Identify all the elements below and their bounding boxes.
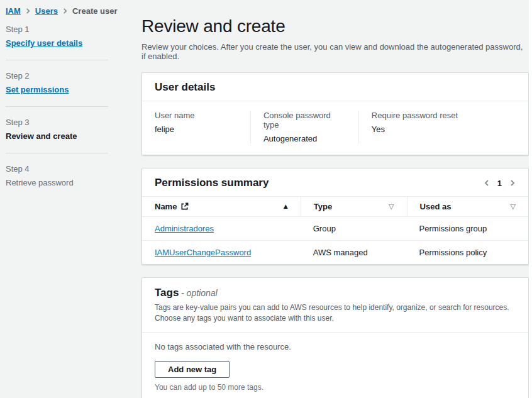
add-new-tag-button[interactable]: Add new tag: [155, 361, 230, 378]
sidebar-step-review-and-create-current: Review and create: [6, 131, 77, 141]
field-label: Require password reset: [372, 111, 516, 120]
external-link-icon: [180, 202, 189, 211]
permission-link-iamuserchangepassword[interactable]: IAMUserChangePassword: [155, 248, 251, 257]
page-title: Review and create: [141, 16, 529, 36]
step-number-label: Step 1: [6, 25, 108, 34]
field-value: felipe: [155, 124, 238, 134]
column-label: Used as: [420, 202, 452, 211]
field-value: Autogenerated: [263, 134, 346, 143]
field-require-password-reset: Require password reset Yes: [358, 111, 528, 143]
user-details-card: User details User name felipe Console pa…: [141, 72, 529, 155]
cell-type: Group: [301, 217, 407, 240]
field-user-name: User name felipe: [142, 111, 250, 143]
pagination-current-page[interactable]: 1: [497, 179, 502, 188]
tags-card-header: Tags - optional Tags are key-value pairs…: [142, 278, 528, 333]
wizard-step-2: Step 2 Set permissions: [6, 71, 108, 94]
column-header-type[interactable]: Type ▽: [301, 197, 407, 216]
user-details-title: User details: [155, 81, 215, 94]
wizard-step-4: Step 4 Retrieve password: [6, 164, 108, 187]
tags-description: Tags are key-value pairs you can add to …: [155, 302, 516, 324]
create-user-wizard-page: IAM Users Create user Step 1 Specify use…: [0, 0, 529, 398]
breadcrumb-chevron-icon: [25, 8, 31, 14]
permission-link-administradores[interactable]: Administradores: [155, 224, 214, 233]
wizard-step-3: Step 3 Review and create: [6, 118, 108, 141]
step-divider: [6, 106, 108, 107]
breadcrumb-users-link[interactable]: Users: [35, 6, 58, 16]
permissions-card-header: Permissions summary 1: [142, 169, 528, 197]
permissions-summary-card: Permissions summary 1 Name: [141, 168, 529, 265]
column-label: Type: [314, 202, 332, 211]
tags-limit-text: You can add up to 50 more tags.: [155, 383, 516, 392]
step-number-label: Step 4: [6, 164, 108, 174]
sidebar-step-specify-user-details[interactable]: Specify user details: [6, 38, 82, 48]
column-label: Name: [155, 202, 177, 211]
permissions-table-header: Name ▲ Type ▽ Used as ▽: [142, 197, 528, 217]
pagination: 1: [484, 179, 516, 188]
tags-optional-label: - optional: [181, 288, 218, 298]
cell-type: AWS managed: [301, 241, 407, 264]
permissions-summary-title: Permissions summary: [155, 177, 269, 189]
no-tags-message: No tags associated with the resource.: [155, 342, 516, 351]
pagination-next-icon[interactable]: [509, 180, 516, 186]
sort-toggle-icon: ▽: [389, 203, 394, 210]
cell-name: IAMUserChangePassword: [142, 241, 301, 264]
user-details-fields: User name felipe Console password type A…: [142, 101, 528, 155]
wizard-step-1: Step 1 Specify user details: [6, 25, 108, 48]
step-divider: [6, 153, 108, 153]
tags-card-body: No tags associated with the resource. Ad…: [142, 333, 528, 398]
step-divider: [6, 60, 108, 60]
step-number-label: Step 3: [6, 118, 108, 127]
sidebar-step-retrieve-password-disabled: Retrieve password: [6, 178, 74, 187]
column-header-name[interactable]: Name ▲: [142, 197, 301, 216]
tags-card: Tags - optional Tags are key-value pairs…: [141, 277, 529, 398]
pagination-previous-icon[interactable]: [484, 180, 490, 186]
sort-ascending-icon: ▲: [284, 204, 288, 209]
tags-title: Tags: [155, 287, 179, 299]
cell-used-as: Permissions policy: [407, 241, 528, 264]
step-number-label: Step 2: [6, 71, 108, 80]
breadcrumb-iam-link[interactable]: IAM: [6, 6, 21, 16]
page-description: Review your choices. After you create th…: [141, 42, 529, 61]
table-row: Administradores Group Permissions group: [142, 217, 528, 241]
cell-name: Administradores: [142, 217, 301, 240]
column-header-used-as[interactable]: Used as ▽: [407, 197, 528, 216]
cell-used-as: Permissions group: [407, 217, 528, 240]
sidebar-step-set-permissions[interactable]: Set permissions: [6, 85, 69, 94]
breadcrumb-current-page: Create user: [72, 6, 118, 16]
wizard-steps-nav: Step 1 Specify user details Step 2 Set p…: [6, 25, 108, 187]
sort-toggle-icon: ▽: [511, 203, 516, 210]
left-column: IAM Users Create user Step 1 Specify use…: [0, 0, 141, 398]
field-value: Yes: [372, 124, 516, 134]
user-details-card-header: User details: [142, 73, 528, 101]
breadcrumb-chevron-icon: [62, 8, 68, 14]
scrollbar-track[interactable]: [529, 0, 532, 398]
main-content: Review and create Review your choices. A…: [141, 0, 529, 398]
field-label: Console password type: [263, 111, 346, 130]
field-label: User name: [155, 111, 238, 120]
breadcrumb: IAM Users Create user: [6, 6, 141, 16]
table-row: IAMUserChangePassword AWS managed Permis…: [142, 241, 528, 264]
field-console-password-type: Console password type Autogenerated: [250, 111, 358, 143]
